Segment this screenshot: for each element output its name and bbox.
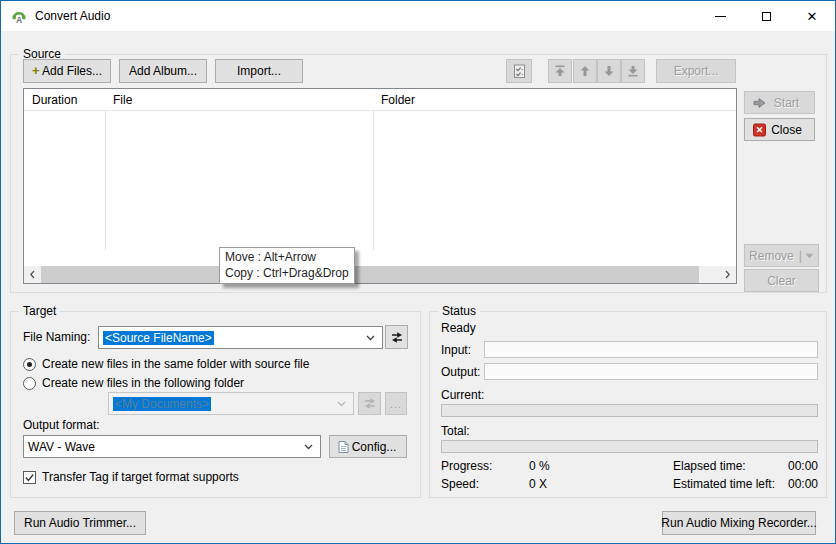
swap-arrows-icon — [364, 397, 376, 410]
move-up-button[interactable] — [573, 59, 597, 83]
file-naming-value: <Source FileName> — [103, 331, 214, 345]
clear-label: Clear — [767, 274, 796, 288]
horizontal-scrollbar[interactable] — [24, 266, 736, 283]
close-button[interactable]: ✕ Close — [744, 118, 815, 141]
chevron-right-icon — [724, 270, 731, 279]
close-icon: ✕ — [807, 10, 818, 23]
export-label: Export... — [674, 64, 719, 78]
scroll-left-button[interactable] — [24, 266, 41, 283]
import-button[interactable]: Import... — [215, 59, 303, 83]
maximize-button[interactable] — [743, 1, 789, 31]
source-file-list[interactable]: Duration File Folder — [23, 88, 737, 284]
file-naming-combobox[interactable]: <Source FileName> — [98, 326, 383, 349]
progress-value: 0 % — [529, 459, 550, 473]
svg-text:A: A — [16, 15, 22, 24]
move-up-icon — [579, 65, 591, 77]
remove-label: Remove — [749, 249, 794, 263]
radio-same-folder-row: Create new files in the same folder with… — [23, 357, 309, 371]
import-label: Import... — [237, 64, 281, 78]
dropdown-arrow-icon — [805, 253, 814, 259]
target-folder-combobox[interactable]: <My Documents> — [108, 392, 354, 415]
transfer-tag-checkbox[interactable] — [23, 471, 36, 484]
output-file-box — [484, 363, 818, 380]
input-file-box — [484, 341, 818, 358]
minimize-button[interactable] — [697, 1, 743, 31]
invert-selection-button[interactable] — [506, 59, 532, 83]
status-group-label: Status — [438, 304, 480, 318]
add-files-button[interactable]: + Add Files... — [23, 59, 111, 83]
start-label: Start — [774, 96, 799, 110]
document-icon — [338, 440, 349, 453]
radio-same-folder-label[interactable]: Create new files in the same folder with… — [42, 357, 309, 371]
run-audio-trimmer-button[interactable]: Run Audio Trimmer... — [14, 511, 146, 535]
folder-swap-button[interactable] — [358, 392, 381, 415]
chevron-down-icon — [366, 335, 375, 341]
column-header-file[interactable]: File — [113, 93, 132, 107]
close-red-icon: ✕ — [753, 123, 766, 136]
move-to-top-icon — [554, 65, 566, 77]
status-state: Ready — [441, 321, 476, 335]
move-to-top-button[interactable] — [548, 59, 572, 83]
progress-label: Progress: — [441, 459, 492, 473]
scrollbar-thumb[interactable] — [41, 266, 699, 283]
transfer-tag-label[interactable]: Transfer Tag if target format supports — [42, 470, 239, 484]
window-controls: ✕ — [697, 1, 835, 31]
run-audio-mixing-recorder-button[interactable]: Run Audio Mixing Recorder... — [662, 511, 816, 535]
target-group-label: Target — [19, 304, 60, 318]
remove-separator: | — [799, 249, 802, 263]
radio-same-folder[interactable] — [23, 358, 36, 371]
current-label: Current: — [441, 388, 484, 402]
maximize-icon — [762, 12, 771, 21]
drag-drop-tooltip: Move : Alt+Arrow Copy : Ctrl+Drag&Drop — [219, 247, 355, 284]
total-label: Total: — [441, 424, 470, 438]
move-down-button[interactable] — [597, 59, 621, 83]
titlebar[interactable]: A Convert Audio ✕ — [1, 1, 835, 31]
target-folder-value: <My Documents> — [113, 397, 211, 411]
config-button[interactable]: Config... — [329, 435, 407, 458]
browse-label: ... — [390, 398, 402, 410]
speed-value: 0 X — [529, 477, 547, 491]
move-to-bottom-button[interactable] — [621, 59, 645, 83]
scroll-right-button[interactable] — [719, 266, 736, 283]
output-format-value: WAV - Wave — [28, 440, 95, 454]
start-arrow-icon — [753, 96, 766, 109]
list-header: Duration File Folder — [24, 89, 736, 111]
close-window-button[interactable]: ✕ — [789, 1, 835, 31]
run-audio-trimmer-label: Run Audio Trimmer... — [24, 516, 136, 530]
config-label: Config... — [352, 440, 397, 454]
total-progress-bar — [441, 440, 818, 453]
clear-button[interactable]: Clear — [744, 269, 819, 292]
remove-button[interactable]: Remove | — [744, 244, 819, 267]
eta-label: Estimated time left: — [673, 477, 775, 491]
target-group: Target File Naming: <Source FileName> Cr… — [10, 311, 421, 498]
speed-label: Speed: — [441, 477, 479, 491]
chevron-down-icon — [304, 444, 313, 450]
source-group: Source + Add Files... Add Album... Impor… — [10, 54, 827, 293]
browse-folder-button[interactable]: ... — [385, 392, 407, 415]
tooltip-line-copy: Copy : Ctrl+Drag&Drop — [225, 265, 349, 281]
radio-following-folder[interactable] — [23, 377, 36, 390]
start-button[interactable]: Start — [744, 91, 815, 114]
column-header-folder[interactable]: Folder — [381, 93, 415, 107]
output-format-combobox[interactable]: WAV - Wave — [23, 435, 321, 458]
elapsed-value: 00:00 — [785, 459, 818, 473]
file-naming-label: File Naming: — [23, 330, 90, 344]
column-header-duration[interactable]: Duration — [32, 93, 77, 107]
minimize-icon — [715, 16, 726, 17]
move-down-icon — [603, 65, 615, 77]
file-naming-swap-button[interactable] — [385, 325, 408, 349]
radio-following-folder-row: Create new files in the following folder — [23, 376, 244, 390]
export-button[interactable]: Export... — [656, 59, 736, 83]
status-group: Status Ready Input: Output: Current: Tot… — [429, 311, 827, 498]
add-album-button[interactable]: Add Album... — [119, 59, 207, 83]
move-to-bottom-icon — [627, 65, 639, 77]
checklist-icon — [513, 64, 526, 79]
input-label: Input: — [441, 343, 471, 357]
app-icon: A — [11, 8, 27, 24]
chevron-down-icon — [337, 401, 346, 407]
add-files-label: Add Files... — [42, 64, 102, 78]
add-plus-icon: + — [32, 66, 40, 76]
transfer-tag-row: Transfer Tag if target format supports — [23, 470, 239, 484]
run-audio-mixing-recorder-label: Run Audio Mixing Recorder... — [661, 516, 816, 530]
radio-following-folder-label[interactable]: Create new files in the following folder — [42, 376, 244, 390]
